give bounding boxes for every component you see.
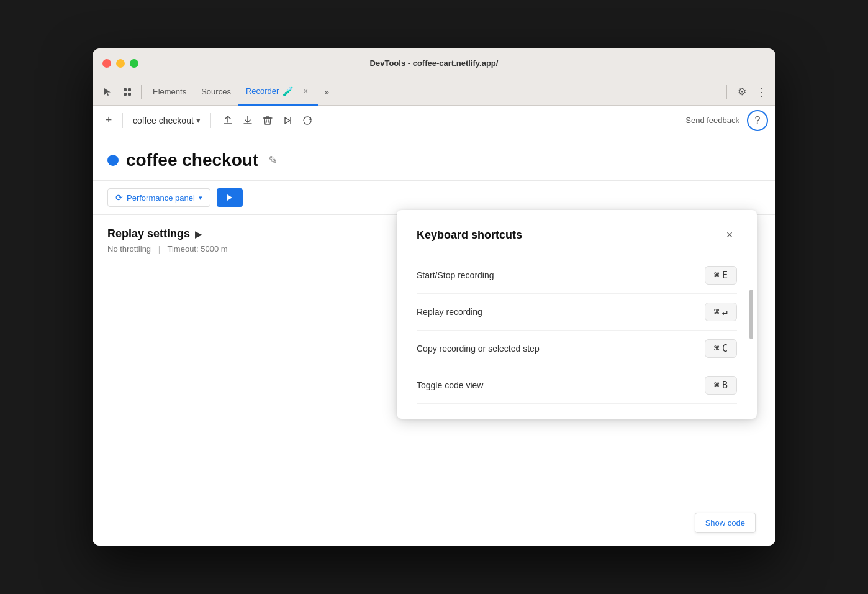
chevron-down-icon: ▾ (196, 116, 201, 125)
tab-recorder[interactable]: Recorder 🧪 × (238, 78, 318, 106)
tab-bar-divider-2 (726, 85, 727, 99)
recorder-toolbar: + coffee checkout ▾ (93, 106, 775, 135)
svg-rect-0 (124, 88, 127, 91)
add-recording-button[interactable]: + (100, 112, 117, 129)
close-traffic-light[interactable] (102, 59, 111, 68)
replay-settings-arrow-icon[interactable]: ▶ (195, 229, 202, 239)
recording-header: coffee checkout ✎ (93, 135, 775, 181)
shortcut-toggle-code-label: Toggle code view (417, 380, 483, 390)
layers-icon[interactable] (117, 82, 137, 102)
tab-elements[interactable]: Elements (145, 78, 194, 106)
devtools-window: DevTools - coffee-cart.netlify.app/ Elem… (93, 48, 775, 546)
shortcut-copy-label: Copy recording or selected step (417, 344, 540, 354)
shortcut-replay-key: ⌘ ↵ (705, 303, 737, 321)
send-feedback-link[interactable]: Send feedback (685, 116, 739, 125)
svg-rect-3 (128, 93, 131, 96)
shortcut-start-stop-label: Start/Stop recording (417, 270, 494, 280)
shortcut-toggle-code-key: ⌘ B (705, 376, 737, 395)
edit-recording-name-icon[interactable]: ✎ (268, 153, 278, 167)
recording-status-dot (107, 155, 119, 166)
replay-button[interactable] (298, 111, 317, 130)
shortcut-row-toggle-code: Toggle code view ⌘ B (417, 367, 737, 404)
traffic-lights (102, 59, 138, 68)
window-title: DevTools - coffee-cart.netlify.app/ (370, 58, 499, 68)
import-button[interactable] (238, 111, 257, 130)
toolbar-action-icons (219, 111, 317, 130)
maximize-traffic-light[interactable] (130, 59, 138, 68)
more-options-button[interactable]: ⋮ (753, 83, 771, 101)
recorder-flask-icon: 🧪 (283, 86, 293, 96)
minimize-traffic-light[interactable] (116, 59, 125, 68)
shortcut-replay-label: Replay recording (417, 307, 482, 317)
shortcut-row-start-stop: Start/Stop recording ⌘ E (417, 257, 737, 294)
performance-panel-button[interactable]: ⟳ Performance panel ▾ (107, 188, 210, 207)
export-button[interactable] (219, 111, 237, 130)
tab-sources[interactable]: Sources (194, 78, 238, 106)
start-replay-button[interactable] (217, 188, 243, 207)
shortcut-start-stop-key: ⌘ E (705, 266, 737, 285)
tab-bar: Elements Sources Recorder 🧪 × » ⚙ ⋮ (93, 78, 775, 106)
recording-name-dropdown[interactable]: coffee checkout ▾ (128, 116, 206, 126)
tab-bar-divider-1 (141, 85, 142, 99)
svg-rect-2 (124, 93, 127, 96)
delete-button[interactable] (258, 111, 277, 130)
tab-bar-right: ⚙ ⋮ (723, 83, 771, 101)
tab-recorder-close[interactable]: × (301, 86, 310, 96)
popup-scrollbar[interactable] (749, 290, 753, 339)
settings-gear-button[interactable]: ⚙ (733, 83, 751, 101)
recorder-toolbar-divider-2 (210, 113, 211, 128)
performance-icon: ⟳ (115, 193, 123, 203)
popup-close-button[interactable]: × (722, 227, 737, 242)
recording-title: coffee checkout (126, 150, 258, 170)
svg-rect-1 (128, 88, 131, 91)
help-button[interactable]: ? (747, 110, 768, 131)
keyboard-shortcuts-popup: Keyboard shortcuts × Start/Stop recordin… (397, 210, 757, 419)
popup-header: Keyboard shortcuts × (417, 227, 737, 242)
title-bar: DevTools - coffee-cart.netlify.app/ (93, 48, 775, 78)
shortcut-row-replay: Replay recording ⌘ ↵ (417, 294, 737, 331)
shortcut-row-copy: Copy recording or selected step ⌘ C (417, 331, 737, 367)
shortcut-copy-key: ⌘ C (705, 339, 737, 358)
tab-more-button[interactable]: » (318, 83, 335, 101)
replay-step-button[interactable] (278, 111, 297, 130)
popup-title: Keyboard shortcuts (417, 229, 522, 242)
recorder-toolbar-divider-1 (122, 113, 123, 128)
cursor-icon[interactable] (97, 82, 117, 102)
performance-chevron-icon: ▾ (199, 194, 202, 202)
main-content: coffee checkout ✎ ⟳ Performance panel ▾ … (93, 135, 775, 546)
show-code-button[interactable]: Show code (695, 513, 756, 533)
